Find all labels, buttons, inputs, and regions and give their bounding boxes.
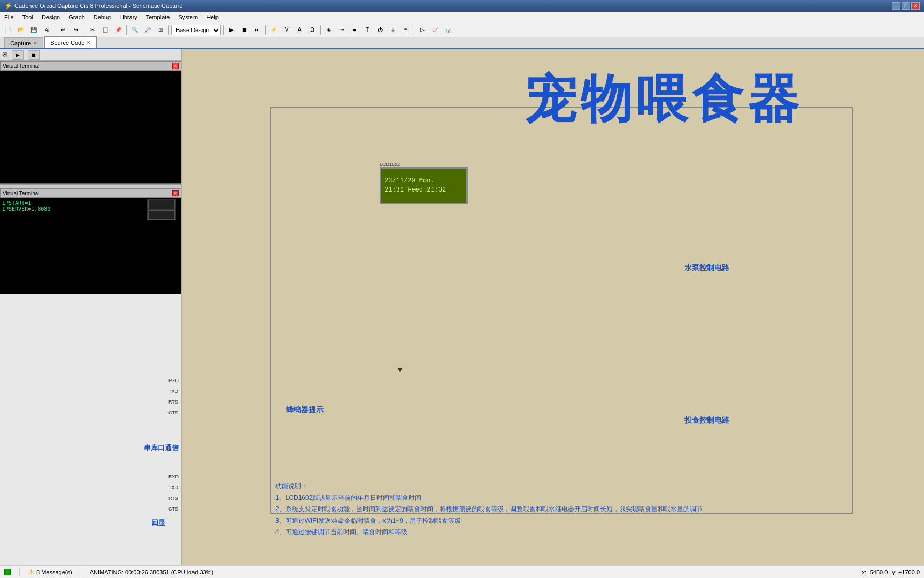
uart-pins-2: RXD TXD RTS CTS [168,474,179,512]
tab-source-code[interactable]: Source Code ✕ [44,36,97,48]
tb-redo[interactable]: ↪ [70,24,82,36]
desc-line4: 4、可通过按键调节当前时间、喂食时间和等级 [275,527,703,538]
tb-sep2 [84,25,84,35]
vterm1-title: Virtual Terminal ✕ [0,61,181,71]
status-warning: ⚠ 8 Message(s) [28,568,72,576]
tb-copy[interactable]: 📋 [99,24,111,36]
tb-simulate[interactable]: ▷ [417,24,428,36]
status-div2 [81,568,81,576]
vterm1-section: Virtual Terminal ✕ [0,61,181,184]
pin-rxd1: RXD [168,378,179,383]
tb-ammeter[interactable]: A [294,24,305,36]
tb-sep5 [223,25,224,35]
tb-play[interactable]: ▶ [226,24,237,36]
tb-bus[interactable]: ≡ [400,24,412,36]
main-layout: 器 ▶ ⏹ Virtual Terminal ✕ Virtual Termina… [0,49,924,565]
uart-pins: RXD TXD RTS CTS [168,378,179,415]
pin-rxd2: RXD [168,474,179,480]
left-tb-btn2[interactable]: ⏹ [28,50,40,60]
animation-status: ANIMATING: 00:00:26.380351 (CPU load 33%… [90,569,214,575]
tb-sep4 [168,25,169,35]
y-coord: y: +1700.0 [892,569,920,575]
menu-bar: File Tool Design Graph Debug Library Tem… [0,12,924,22]
tb-zoom-out[interactable]: 🔎 [142,24,153,36]
desc-title: 功能说明： [275,481,703,492]
label-water-pump: 水泵控制电路 [684,263,729,273]
close-button[interactable]: ✕ [911,2,920,10]
tb-ohmmeter[interactable]: Ω [306,24,318,36]
tb-probe[interactable]: ⚡ [268,24,280,36]
tb-sep1 [55,25,55,35]
tb-paste[interactable]: 📌 [112,24,124,36]
lcd-line1: 23/11/20 Mon. [384,177,463,186]
tb-sep7 [320,25,321,35]
tb-fit[interactable]: ⊡ [155,24,166,36]
window-title: Cadence Orcad Capture Cis 8 Professional… [14,3,182,9]
cursor-indicator [397,368,403,372]
tb-zoom-in[interactable]: 🔍 [129,24,141,36]
tb-open[interactable]: 📂 [15,24,27,36]
pin-rts1: RTS [168,399,179,405]
x-coord: x: -5450.0 [861,569,888,575]
tb-undo[interactable]: ↩ [57,24,69,36]
tb-junction[interactable]: ● [349,24,360,36]
design-dropdown[interactable]: Base Design [171,25,221,35]
h-scrollbar[interactable] [0,184,181,188]
tb-step[interactable]: ⏭ [251,24,263,36]
label-uart: 串库口通信 [144,443,179,453]
tb-print[interactable]: 🖨 [41,24,52,36]
menu-tool[interactable]: Tool [18,13,37,21]
tb-component[interactable]: ◈ [323,24,335,36]
minimize-button[interactable]: — [892,2,900,10]
vterm1-close[interactable]: ✕ [172,63,179,69]
tb-analysis[interactable]: 📊 [442,24,454,36]
menu-file[interactable]: File [0,13,18,21]
message-count: 8 Message(s) [36,569,72,575]
tb-ground[interactable]: ⏚ [387,24,399,36]
left-panel: 器 ▶ ⏹ Virtual Terminal ✕ Virtual Termina… [0,49,182,565]
tb-sep6 [265,25,266,35]
label-buzzer: 蜂鸣器提示 [286,405,324,415]
pin-rts2: RTS [168,496,179,501]
pin-cts2: CTS [168,506,179,512]
left-label1: 器 [2,51,7,59]
tab-source-close[interactable]: ✕ [87,40,91,45]
warn-icon: ⚠ [28,568,34,576]
status-led-green [4,569,11,575]
label-feed-control: 投食控制电路 [684,416,729,425]
tb-save[interactable]: 💾 [28,24,40,36]
tb-new[interactable]: 📄 [2,24,14,36]
menu-template[interactable]: Template [142,13,174,21]
desc-line2: 2、系统支持定时喂食功能，当时间到达设定的喂食时间，将根据预设的喂食等级，调整喂… [275,504,703,515]
tb-sep3 [126,25,127,35]
menu-system[interactable]: System [174,13,202,21]
schematic-title: 宠物喂食器 [525,65,803,135]
tb-voltmeter[interactable]: V [281,24,292,36]
label-echo: 回显 [151,518,165,528]
status-coords: x: -5450.0 y: +1700.0 [861,569,920,575]
menu-design[interactable]: Design [37,13,64,21]
tab-capture-close[interactable]: ✕ [33,41,37,46]
menu-debug[interactable]: Debug [89,13,115,21]
schematic-area[interactable]: 宠物喂食器 3.3V GND U8 [182,49,924,565]
tb-stop[interactable]: ⏹ [238,24,250,36]
status-bar: ⚠ 8 Message(s) ANIMATING: 00:00:26.38035… [0,565,924,578]
tb-cut[interactable]: ✂ [87,24,98,36]
vterm2-close[interactable]: ✕ [172,190,179,196]
desc-line1: 1、LCD1602默认显示当前的年月日时间和喂食时间 [275,492,703,504]
pin-txd2: TXD [168,485,179,490]
tb-wire[interactable]: 〜 [336,24,348,36]
menu-help[interactable]: Help [202,13,223,21]
menu-library[interactable]: Library [115,13,142,21]
tab-bar: Capture ✕ Source Code ✕ [0,37,924,49]
vterm2-display-block1 [148,200,175,209]
menu-graph[interactable]: Graph [64,13,89,21]
tb-label[interactable]: T [361,24,373,36]
tab-capture[interactable]: Capture ✕ [4,37,43,48]
tb-graph[interactable]: 📈 [429,24,441,36]
tb-power[interactable]: ⏻ [374,24,386,36]
left-tb-btn1[interactable]: ▶ [12,50,24,60]
vterm1-screen [0,71,181,183]
maximize-button[interactable]: □ [902,2,910,10]
lcd-line2: 21:31 Feed:21:32 [384,186,463,195]
